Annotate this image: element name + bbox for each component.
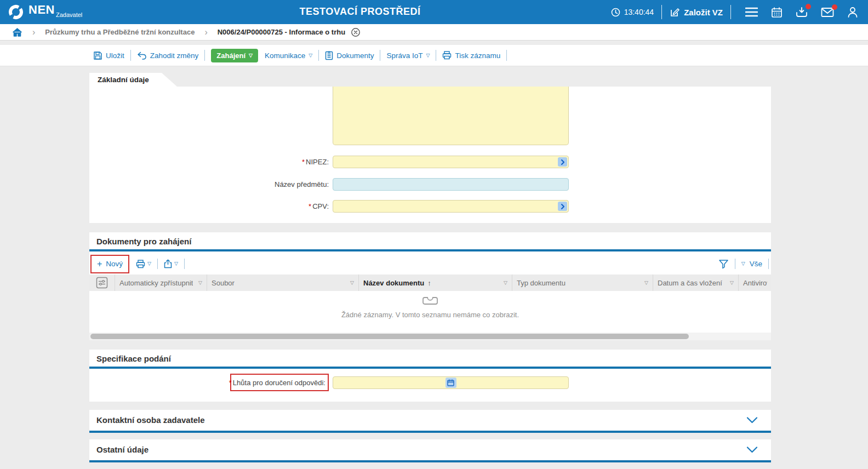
messages-notification-badge [832, 4, 837, 10]
funnel-icon [718, 259, 729, 269]
downloads-button[interactable] [796, 7, 808, 18]
printer-icon [136, 260, 145, 268]
toolbar-divider [184, 259, 185, 269]
header-divider [661, 5, 662, 19]
iot-label: Správa IoT [386, 52, 422, 60]
documents-list-toolbar: + Nový ▽ ▽ [89, 254, 771, 274]
cpv-field[interactable] [333, 200, 569, 213]
filter-icon[interactable]: ▽ [195, 281, 202, 285]
section-underline [89, 431, 771, 433]
save-icon [93, 51, 102, 60]
dropdown-icon: ▽ [309, 53, 312, 58]
date-picker-button[interactable] [446, 378, 456, 388]
column-header-document-name[interactable]: Název dokumentu ↑ ▽ [359, 274, 512, 291]
view-all-dropdown[interactable]: ▽ Vše [741, 260, 762, 268]
documents-button[interactable]: Dokumenty [325, 51, 374, 60]
scrollbar-thumb[interactable] [90, 334, 689, 339]
column-settings-button[interactable] [89, 274, 115, 291]
downloads-notification-badge [806, 4, 811, 9]
empty-list-state: Žádné záznamy. V tomto seznamu nemáme co… [89, 295, 771, 319]
new-document-button[interactable]: + Nový [90, 255, 129, 273]
contact-person-section[interactable]: Kontaktní osoba zadavatele [89, 410, 771, 433]
tab-basic-info[interactable]: Základní údaje [89, 73, 177, 87]
record-toolbar: Uložit Zahodit změny Zahájení ▽ Komunika… [0, 45, 868, 66]
filter-icon[interactable]: ▽ [347, 281, 354, 285]
toolbar-divider [506, 50, 507, 61]
clock-icon [611, 8, 620, 17]
toolbar-divider [768, 259, 769, 269]
breadcrumb-item-market-research[interactable]: Průzkumy trhu a Předběžné tržní konzulta… [45, 28, 195, 36]
messages-button[interactable] [821, 7, 834, 18]
discard-changes-button[interactable]: Zahodit změny [137, 52, 199, 60]
basic-info-panel: *NIPEZ: Název předmětu: *CPV: [89, 87, 771, 223]
nen-logo[interactable]: NEN Zadavatel [8, 3, 82, 20]
environment-title: TESTOVACÍ PROSTŘEDÍ [300, 6, 421, 18]
print-record-label: Tisk záznamu [455, 52, 500, 60]
communication-dropdown-button[interactable]: Komunikace ▽ [265, 52, 312, 60]
hamburger-icon [745, 7, 758, 17]
column-header-antivirus[interactable]: Antivirová k [739, 274, 771, 291]
expand-other-info-button[interactable] [746, 447, 758, 453]
create-vz-label: Založit VZ [684, 8, 723, 17]
description-textarea[interactable] [333, 87, 569, 145]
home-button[interactable] [12, 27, 22, 37]
print-list-dropdown-button[interactable]: ▽ [136, 260, 151, 268]
column-header-document-type[interactable]: Typ dokumentu ▽ [512, 274, 653, 291]
deadline-date-field[interactable] [333, 376, 569, 389]
breadcrumb-separator: › [32, 27, 35, 37]
calendar-button[interactable] [771, 7, 783, 18]
dropdown-icon: ▽ [426, 53, 430, 58]
required-mark: * [302, 158, 305, 166]
chevron-down-icon [746, 417, 758, 424]
subject-name-field[interactable] [333, 178, 569, 191]
filter-icon[interactable]: ▽ [641, 281, 648, 285]
close-record-button[interactable] [351, 27, 361, 37]
printer-icon [442, 51, 452, 60]
print-record-button[interactable]: Tisk záznamu [442, 51, 500, 60]
nipez-field[interactable] [333, 156, 569, 168]
app-header: NEN Zadavatel TESTOVACÍ PROSTŘEDÍ 13:40:… [0, 0, 868, 24]
horizontal-scrollbar[interactable] [89, 333, 771, 340]
iot-dropdown-button[interactable]: Správa IoT ▽ [386, 52, 430, 60]
toolbar-divider [318, 50, 319, 61]
toolbar-divider [735, 259, 735, 269]
filter-icon[interactable]: ▽ [727, 281, 734, 285]
required-mark: * [229, 379, 232, 387]
column-header-date-inserted[interactable]: Datum a čas vložení ▽ [653, 274, 739, 291]
subject-name-label: Název předmětu: [89, 180, 329, 188]
dropdown-icon: ▽ [741, 261, 745, 266]
column-header-auto-publish[interactable]: Automaticky zpřístupnit ▽ [115, 274, 207, 291]
dropdown-icon: ▽ [174, 261, 178, 266]
calendar-small-icon [447, 379, 454, 386]
filter-icon[interactable]: ▽ [500, 281, 507, 285]
other-info-section[interactable]: Ostatní údaje [89, 439, 771, 462]
column-settings-icon [96, 277, 108, 289]
submission-panel: Specifikace podání * Lhůta pro doručení … [89, 350, 771, 402]
chevron-right-icon [560, 159, 566, 165]
export-dropdown-button[interactable]: ▽ [164, 259, 178, 268]
empty-tray-icon [422, 295, 438, 307]
menu-button[interactable] [745, 7, 758, 17]
documents-panel: Dokumenty pro zahájení + Nový ▽ [89, 232, 771, 340]
cpv-lookup-button[interactable] [558, 202, 567, 211]
save-button[interactable]: Uložit [93, 51, 124, 60]
create-vz-button[interactable]: Založit VZ [670, 7, 723, 18]
section-underline [89, 367, 771, 369]
home-icon [12, 27, 22, 37]
list-filter-controls: ▽ Vše [718, 259, 769, 269]
edit-icon [670, 7, 680, 18]
deadline-label: * Lhůta pro doručení odpovědi: [230, 374, 329, 391]
expand-contact-person-button[interactable] [746, 417, 758, 424]
column-header-file[interactable]: Soubor ▽ [207, 274, 359, 291]
chevron-right-icon [560, 203, 566, 210]
chevron-down-icon [746, 447, 758, 453]
start-dropdown-button[interactable]: Zahájení ▽ [211, 49, 258, 62]
toolbar-divider [204, 50, 205, 61]
filter-button[interactable] [718, 259, 729, 269]
nen-logo-icon [8, 4, 24, 20]
dropdown-icon: ▽ [147, 261, 151, 266]
user-button[interactable] [847, 7, 858, 18]
cpv-label: *CPV: [89, 202, 329, 210]
nipez-lookup-button[interactable] [558, 157, 567, 167]
export-icon [164, 259, 172, 268]
